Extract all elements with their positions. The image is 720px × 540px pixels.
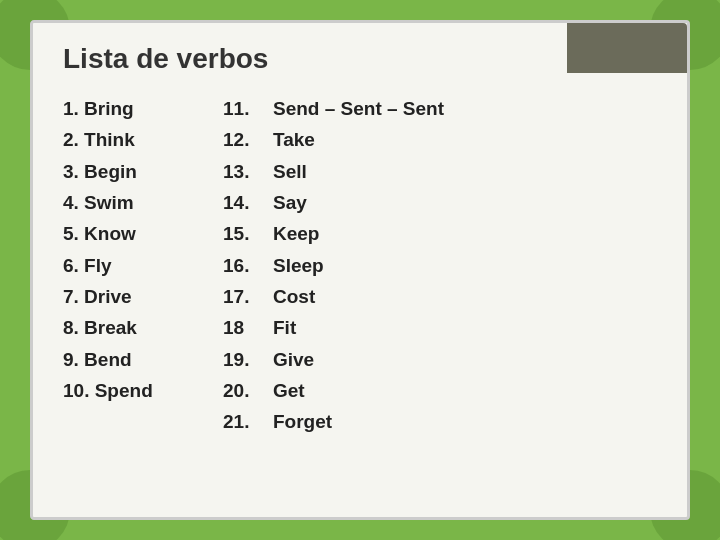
right-word-item: Sell xyxy=(273,156,657,187)
right-number-item: 17. xyxy=(223,281,273,312)
right-word-item: Take xyxy=(273,124,657,155)
top-right-decoration xyxy=(567,23,687,73)
right-number-item: 16. xyxy=(223,250,273,281)
right-number-item: 21. xyxy=(223,406,273,437)
right-word-item: Send – Sent – Sent xyxy=(273,93,657,124)
left-list-item: 10. Spend xyxy=(63,375,223,406)
right-number-item: 18 xyxy=(223,312,273,343)
left-list-item: 9. Bend xyxy=(63,344,223,375)
right-number-item: 14. xyxy=(223,187,273,218)
right-number-item: 12. xyxy=(223,124,273,155)
content-columns: 1. Bring2. Think3. Begin4. Swim5. Know6.… xyxy=(63,93,657,438)
main-card: Lista de verbos 1. Bring2. Think3. Begin… xyxy=(30,20,690,520)
right-word-item: Forget xyxy=(273,406,657,437)
right-number-item: 19. xyxy=(223,344,273,375)
right-number-item: 15. xyxy=(223,218,273,249)
right-number-item: 20. xyxy=(223,375,273,406)
left-list-item: 7. Drive xyxy=(63,281,223,312)
right-word-item: Get xyxy=(273,375,657,406)
outer-wrapper: Lista de verbos 1. Bring2. Think3. Begin… xyxy=(10,10,710,530)
left-list-item: 4. Swim xyxy=(63,187,223,218)
right-number-item: 13. xyxy=(223,156,273,187)
left-list-item: 3. Begin xyxy=(63,156,223,187)
right-word-item: Keep xyxy=(273,218,657,249)
right-word-item: Fit xyxy=(273,312,657,343)
right-words-col: Send – Sent – SentTakeSellSayKeepSleepCo… xyxy=(273,93,657,438)
left-list-item: 5. Know xyxy=(63,218,223,249)
right-number-item: 11. xyxy=(223,93,273,124)
right-numbers-col: 11.12.13.14.15.16.17.1819.20.21. xyxy=(223,93,273,438)
left-list-item: 6. Fly xyxy=(63,250,223,281)
right-word-item: Give xyxy=(273,344,657,375)
left-column: 1. Bring2. Think3. Begin4. Swim5. Know6.… xyxy=(63,93,223,406)
left-list-item: 2. Think xyxy=(63,124,223,155)
right-word-item: Sleep xyxy=(273,250,657,281)
left-list-item: 1. Bring xyxy=(63,93,223,124)
right-word-item: Say xyxy=(273,187,657,218)
left-list-item: 8. Break xyxy=(63,312,223,343)
right-word-item: Cost xyxy=(273,281,657,312)
right-column: 11.12.13.14.15.16.17.1819.20.21. Send – … xyxy=(223,93,657,438)
